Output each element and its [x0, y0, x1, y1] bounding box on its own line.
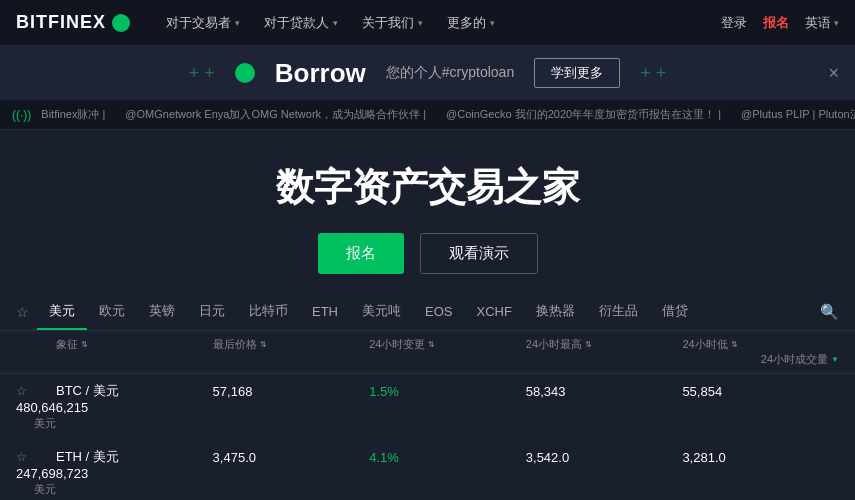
nav-links: 对于交易者 ▾ 对于贷款人 ▾ 关于我们 ▾ 更多的 ▾ [154, 0, 721, 46]
ticker-item-1: @OMGnetwork Enya加入OMG Network，成为战略合作伙伴 | [125, 107, 426, 122]
borrow-icon [235, 63, 255, 83]
nav-item-traders[interactable]: 对于交易者 ▾ [154, 0, 252, 46]
logo-text: BITFINEX [16, 12, 106, 33]
tab-jpy[interactable]: 日元 [187, 294, 237, 330]
th-high[interactable]: 24小时最高 ⇅ [526, 337, 683, 352]
chevron-down-icon: ▾ [834, 18, 839, 28]
row-high: 58,343 [526, 384, 683, 399]
market-tabs: ☆ 美元 欧元 英镑 日元 比特币 ETH 美元吨 EOS XCHF 换热器 衍… [0, 294, 855, 331]
tab-eos[interactable]: EOS [413, 296, 464, 329]
signup-button[interactable]: 报名 [763, 14, 789, 32]
row-price: 57,168 [213, 384, 370, 399]
market-table: 象征 ⇅ 最后价格 ⇅ 24小时变更 ⇅ 24小时最高 ⇅ 24小时低 ⇅ 24… [0, 331, 855, 500]
nav-item-about[interactable]: 关于我们 ▾ [350, 0, 435, 46]
tab-gbp[interactable]: 英镑 [137, 294, 187, 330]
table-row[interactable]: ☆ BTC / 美元 57,168 1.5% 58,343 55,854 480… [0, 374, 855, 440]
row-volume: 480,646,215美元 [16, 400, 56, 431]
row-favorite-star[interactable]: ☆ [16, 384, 56, 398]
th-change[interactable]: 24小时变更 ⇅ [369, 337, 526, 352]
hero-section: 数字资产交易之家 报名 观看演示 [0, 130, 855, 294]
tab-eur[interactable]: 欧元 [87, 294, 137, 330]
plus-decoration-right: + + [640, 63, 666, 84]
tab-btc[interactable]: 比特币 [237, 294, 300, 330]
row-change: 1.5% [369, 384, 526, 399]
hero-title: 数字资产交易之家 [276, 162, 580, 213]
logo[interactable]: BITFINEX [16, 12, 130, 33]
tab-derivatives[interactable]: 衍生品 [587, 294, 650, 330]
signal-icon: ((·)) [12, 108, 31, 122]
borrow-banner: + + Borrow 您的个人#cryptoloan 学到更多 + + × [0, 46, 855, 100]
tab-usd[interactable]: 美元 [37, 294, 87, 330]
chevron-down-icon: ▾ [333, 18, 338, 28]
row-change: 4.1% [369, 450, 526, 465]
learn-more-button[interactable]: 学到更多 [534, 58, 620, 88]
row-low: 3,281.0 [682, 450, 839, 465]
banner-subtitle: 您的个人#cryptoloan [386, 64, 514, 82]
ticker-item-0: Bitfinex脉冲 | [41, 107, 105, 122]
sort-icon: ⇅ [585, 340, 592, 349]
favorites-star-icon[interactable]: ☆ [16, 304, 29, 320]
tab-exchange[interactable]: 换热器 [524, 294, 587, 330]
chevron-down-icon: ▾ [235, 18, 240, 28]
close-banner-button[interactable]: × [828, 63, 839, 84]
th-symbol[interactable]: 象征 ⇅ [56, 337, 213, 352]
borrow-title: Borrow [275, 58, 366, 89]
login-button[interactable]: 登录 [721, 14, 747, 32]
table-row[interactable]: ☆ ETH / 美元 3,475.0 4.1% 3,542.0 3,281.0 … [0, 440, 855, 500]
plus-decoration-left: + + [189, 63, 215, 84]
row-favorite-star[interactable]: ☆ [16, 450, 56, 464]
chevron-down-icon: ▾ [418, 18, 423, 28]
row-pair: BTC / 美元 [56, 382, 213, 400]
sort-active-icon: ▼ [831, 355, 839, 364]
nav-item-more[interactable]: 更多的 ▾ [435, 0, 507, 46]
sort-icon: ⇅ [731, 340, 738, 349]
ticker-item-3: @Plutus PLIP | Pluton流动 [741, 107, 855, 122]
chevron-down-icon: ▾ [490, 18, 495, 28]
hero-buttons: 报名 观看演示 [318, 233, 538, 274]
sort-icon: ⇅ [260, 340, 267, 349]
language-selector[interactable]: 英语 ▾ [805, 14, 839, 32]
tab-xchf[interactable]: XCHF [464, 296, 523, 329]
hero-demo-button[interactable]: 观看演示 [420, 233, 538, 274]
hero-signup-button[interactable]: 报名 [318, 233, 404, 274]
row-pair: ETH / 美元 [56, 448, 213, 466]
tab-lending[interactable]: 借贷 [650, 294, 700, 330]
nav-right: 登录 报名 英语 ▾ [721, 14, 839, 32]
row-volume: 247,698,723美元 [16, 466, 56, 497]
row-price: 3,475.0 [213, 450, 370, 465]
row-low: 55,854 [682, 384, 839, 399]
nav-item-lenders[interactable]: 对于贷款人 ▾ [252, 0, 350, 46]
sort-icon: ⇅ [81, 340, 88, 349]
row-high: 3,542.0 [526, 450, 683, 465]
news-ticker: ((·)) Bitfinex脉冲 | @OMGnetwork Enya加入OMG… [0, 100, 855, 130]
tab-usdt[interactable]: 美元吨 [350, 294, 413, 330]
navbar: BITFINEX 对于交易者 ▾ 对于贷款人 ▾ 关于我们 ▾ 更多的 ▾ 登录… [0, 0, 855, 46]
logo-icon [112, 14, 130, 32]
th-price[interactable]: 最后价格 ⇅ [213, 337, 370, 352]
search-icon[interactable]: 🔍 [820, 303, 839, 321]
ticker-item-2: @CoinGecko 我们的2020年年度加密货币报告在这里！ | [446, 107, 721, 122]
table-header: 象征 ⇅ 最后价格 ⇅ 24小时变更 ⇅ 24小时最高 ⇅ 24小时低 ⇅ 24… [0, 331, 855, 374]
th-volume[interactable]: 24小时成交量 ▼ [682, 352, 839, 367]
th-low[interactable]: 24小时低 ⇅ [682, 337, 839, 352]
th-star [16, 337, 56, 352]
sort-icon: ⇅ [428, 340, 435, 349]
tab-eth[interactable]: ETH [300, 296, 350, 329]
